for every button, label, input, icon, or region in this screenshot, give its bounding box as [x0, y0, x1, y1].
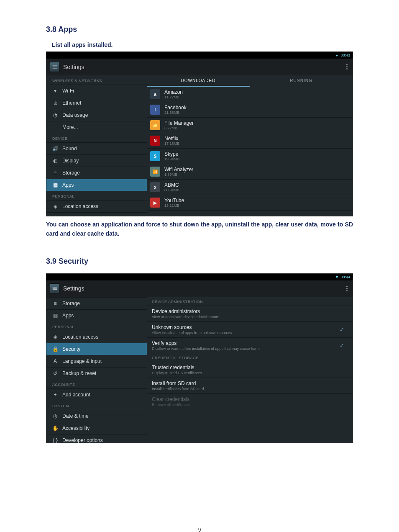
sidebar-item-accessibility[interactable]: ✋Accessibility	[46, 422, 147, 434]
code-icon: { }	[52, 437, 58, 443]
sidebar-item-security[interactable]: 🔒Security	[46, 343, 147, 355]
plus-icon: +	[52, 392, 58, 398]
ethernet-icon: ⎚	[52, 100, 58, 106]
sidebar-item-location[interactable]: ◈Location access	[46, 200, 147, 212]
app-row[interactable]: NNetflix17.18MB	[147, 133, 353, 149]
lock-icon: 🔒	[52, 346, 58, 352]
sidebar-item-label: Location access	[62, 334, 98, 340]
app-name: YouTube	[164, 198, 184, 203]
app-name: Skype	[164, 151, 179, 157]
sidebar-item-storage[interactable]: ≡Storage	[46, 297, 147, 309]
sidebar-item-add-account[interactable]: +Add account	[46, 388, 147, 401]
sidebar-item-location[interactable]: ◈Location access	[46, 331, 147, 343]
sidebar-item-apps[interactable]: ▦Apps	[46, 179, 147, 191]
clock-icon: ◷	[52, 413, 58, 419]
sidebar-header-device: DEVICE	[46, 133, 147, 142]
detail-title: Install from SD card	[152, 380, 204, 386]
app-row[interactable]: aAmazon11.77MB	[147, 87, 353, 102]
overflow-icon[interactable]	[345, 284, 349, 293]
sidebar-item-display[interactable]: ◐Display	[46, 154, 147, 167]
app-row[interactable]: 📁File Manager6.77MB	[147, 118, 353, 133]
apps-paragraph: You can choose an application and force …	[46, 220, 353, 239]
settings-sidebar: ≡Storage ▦Apps PERSONAL ◈Location access…	[46, 297, 147, 443]
check-icon[interactable]: ✓	[340, 326, 348, 333]
app-size: 1.89MB	[164, 172, 193, 177]
hand-icon: ✋	[52, 425, 58, 431]
app-size: 13.11MB	[164, 203, 184, 208]
sidebar-item-label: Developer options	[62, 437, 103, 443]
sidebar-item-label: Apps	[62, 313, 74, 319]
app-icon: f	[150, 105, 160, 115]
security-right-pane: DEVICE ADMINISTRATION Device administrat…	[147, 297, 353, 443]
check-icon[interactable]: ✓	[340, 342, 348, 349]
sidebar-item-language[interactable]: ALanguage & input	[46, 355, 147, 367]
sidebar-item-label: Backup & reset	[62, 370, 96, 376]
app-row[interactable]: ▶YouTube13.11MB	[147, 195, 353, 211]
title-bar: Settings	[46, 280, 353, 297]
app-row[interactable]: fFacebook21.58MB	[147, 102, 353, 118]
sidebar-item-more[interactable]: More...	[46, 121, 147, 133]
backup-icon: ↺	[52, 370, 58, 376]
tab-running[interactable]: RUNNING	[250, 75, 353, 87]
app-name: XBMC	[164, 182, 179, 188]
section-heading-security: 3.9 Security	[46, 257, 353, 266]
sidebar-item-datausage[interactable]: ◔Data usage	[46, 109, 147, 121]
app-size: 19.94MB	[164, 157, 179, 161]
app-icon: N	[150, 136, 160, 146]
lock-icon: 🔒	[52, 216, 58, 216]
settings-sidebar: WIRELESS & NETWORKS ▾Wi-Fi ⎚Ethernet ◔Da…	[46, 75, 147, 216]
wifi-icon: ▾	[52, 88, 58, 94]
sidebar-item-label: More...	[62, 124, 78, 130]
detail-item-install-sd[interactable]: Install from SD card Install certificate…	[147, 378, 353, 393]
sidebar-header-system: SYSTEM	[46, 401, 147, 410]
detail-title: Verify apps	[152, 340, 260, 346]
section-heading-apps: 3.8 Apps	[46, 25, 353, 34]
title-label: Settings	[63, 64, 84, 70]
overflow-icon[interactable]	[345, 62, 349, 71]
settings-icon[interactable]	[50, 283, 60, 293]
detail-header-cred: CREDENTIAL STORAGE	[147, 353, 353, 362]
sidebar-item-label: Ethernet	[62, 100, 81, 106]
detail-item-trusted[interactable]: Trusted credentials Display trusted CA c…	[147, 362, 353, 378]
sidebar-item-label: Language & input	[62, 358, 102, 364]
detail-item-verify-apps[interactable]: Verify apps Disallow or warn before inst…	[147, 337, 353, 353]
app-size: 6.77MB	[164, 126, 194, 130]
detail-title: Clear credentials	[152, 396, 190, 402]
location-icon: ◈	[52, 334, 58, 340]
detail-sub: Install certificates from SD card	[152, 387, 204, 391]
sidebar-item-apps[interactable]: ▦Apps	[46, 309, 147, 321]
storage-icon: ≡	[52, 170, 58, 176]
sidebar-item-label: Wi-Fi	[62, 88, 74, 94]
detail-item-clear-credentials: Clear credentials Remove all certificate…	[147, 393, 353, 409]
sidebar-item-ethernet[interactable]: ⎚Ethernet	[46, 97, 147, 109]
data-usage-icon: ◔	[52, 112, 58, 118]
app-row[interactable]: 📶Wifi Analyzer1.89MB	[147, 164, 353, 180]
title-label: Settings	[63, 285, 84, 292]
sidebar-item-storage[interactable]: ≡Storage	[46, 167, 147, 179]
sidebar-item-datetime[interactable]: ◷Date & time	[46, 410, 147, 422]
sidebar-header-wireless: WIRELESS & NETWORKS	[46, 75, 147, 85]
sidebar-item-label: Accessibility	[62, 425, 90, 431]
app-row[interactable]: SSkype19.94MB	[147, 149, 353, 164]
display-icon: ◐	[52, 158, 58, 164]
sidebar-item-label: Location access	[62, 203, 98, 209]
app-size: 11.77MB	[164, 95, 183, 99]
sidebar-item-wifi[interactable]: ▾Wi-Fi	[46, 85, 147, 97]
sidebar-item-sound[interactable]: 🔊Sound	[46, 142, 147, 154]
app-list: aAmazon11.77MBfFacebook21.58MB📁File Mana…	[147, 87, 353, 211]
detail-title: Unknown sources	[152, 324, 232, 330]
security-screenshot: ▾ 08:44 Settings ≡Storage ▦Apps PERSONAL…	[46, 273, 353, 443]
app-name: File Manager	[164, 120, 194, 126]
sidebar-item-security[interactable]: 🔒Security	[46, 212, 147, 216]
settings-icon[interactable]	[50, 62, 60, 72]
sidebar-item-developer[interactable]: { }Developer options	[46, 434, 147, 443]
sidebar-item-backup[interactable]: ↺Backup & reset	[46, 367, 147, 379]
blank-icon	[52, 124, 58, 130]
app-name: Facebook	[164, 105, 187, 111]
detail-item-unknown-sources[interactable]: Unknown sources Allow installation of ap…	[147, 321, 353, 337]
tab-downloaded[interactable]: DOWNLOADED	[147, 75, 250, 87]
status-time: 08:43	[340, 53, 350, 57]
detail-title: Trusted credentials	[152, 365, 202, 370]
detail-item-device-admin[interactable]: Device administrators View or deactivate…	[147, 306, 353, 321]
app-row[interactable]: xXBMC80.94MB	[147, 180, 353, 195]
